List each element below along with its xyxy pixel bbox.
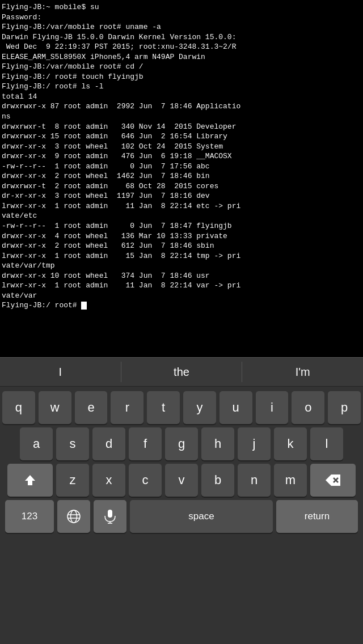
key-j[interactable]: j <box>238 427 271 460</box>
key-f[interactable]: f <box>129 427 162 460</box>
autocomplete-right[interactable]: I'm <box>242 358 363 386</box>
shift-key[interactable] <box>7 464 53 497</box>
key-e[interactable]: e <box>75 391 108 424</box>
terminal: Flying-JB:~ mobile$ su Password: Flying-… <box>0 0 363 357</box>
key-b[interactable]: b <box>201 464 234 497</box>
svg-rect-6 <box>108 510 112 518</box>
svg-point-2 <box>67 510 80 523</box>
key-c[interactable]: c <box>129 464 162 497</box>
globe-icon <box>66 509 81 524</box>
svg-point-3 <box>71 510 77 523</box>
key-z[interactable]: z <box>56 464 89 497</box>
key-n[interactable]: n <box>238 464 271 497</box>
numbers-key[interactable]: 123 <box>5 500 54 533</box>
key-x[interactable]: x <box>92 464 125 497</box>
mic-icon <box>104 509 116 524</box>
key-t[interactable]: t <box>147 391 180 424</box>
keyboard-row-3: z x c v b n m <box>0 464 363 497</box>
key-d[interactable]: d <box>92 427 125 460</box>
autocomplete-center[interactable]: the <box>121 358 242 386</box>
key-o[interactable]: o <box>292 391 324 424</box>
cursor <box>81 302 87 310</box>
key-g[interactable]: g <box>165 427 198 460</box>
terminal-content: Flying-JB:~ mobile$ su Password: Flying-… <box>2 3 240 310</box>
keyboard-row-4: 123 space return <box>0 500 363 533</box>
key-s[interactable]: s <box>56 427 89 460</box>
key-i[interactable]: i <box>256 391 289 424</box>
key-h[interactable]: h <box>201 427 234 460</box>
keyboard-row-1: q w e r t y u i o p <box>0 391 363 424</box>
key-m[interactable]: m <box>274 464 307 497</box>
mic-key[interactable] <box>94 500 126 533</box>
key-p[interactable]: p <box>328 391 361 424</box>
delete-key[interactable] <box>310 464 356 497</box>
keyboard: q w e r t y u i o p a s d f g h j k l z … <box>0 387 363 644</box>
globe-key[interactable] <box>57 500 90 533</box>
key-y[interactable]: y <box>183 391 216 424</box>
key-l[interactable]: l <box>310 427 343 460</box>
delete-icon <box>325 474 341 486</box>
key-k[interactable]: k <box>274 427 307 460</box>
space-key[interactable]: space <box>130 500 273 533</box>
key-q[interactable]: q <box>2 391 35 424</box>
key-v[interactable]: v <box>165 464 198 497</box>
key-a[interactable]: a <box>20 427 53 460</box>
autocomplete-bar: I the I'm <box>0 357 363 387</box>
return-key[interactable]: return <box>276 500 358 533</box>
keyboard-row-2: a s d f g h j k l <box>0 427 363 460</box>
key-w[interactable]: w <box>39 391 71 424</box>
key-r[interactable]: r <box>111 391 143 424</box>
autocomplete-left[interactable]: I <box>0 358 121 386</box>
shift-icon <box>23 473 37 487</box>
key-u[interactable]: u <box>220 391 252 424</box>
